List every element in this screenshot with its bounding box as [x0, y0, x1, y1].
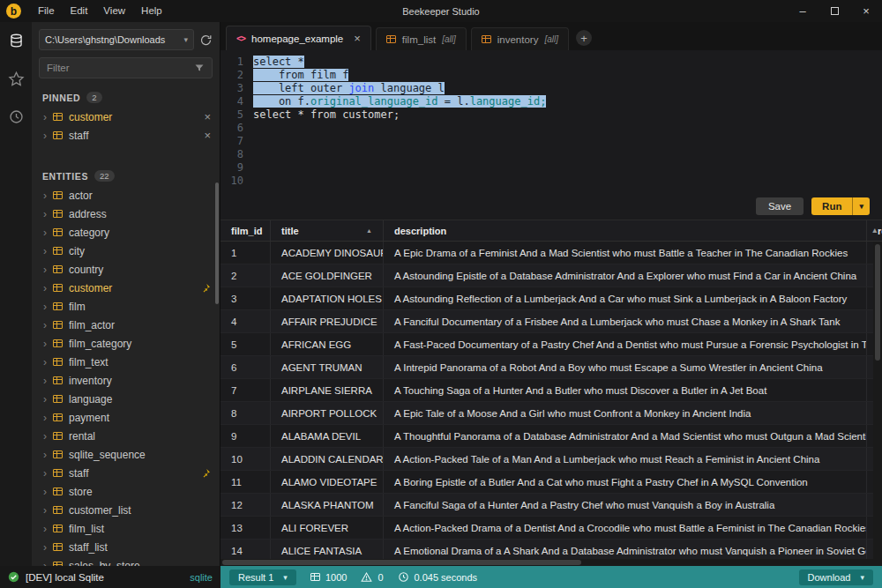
- table-row[interactable]: 5AFRICAN EGGA Fast-Paced Documentary of …: [220, 333, 882, 356]
- cell[interactable]: ACADEMY DINOSAUR: [271, 242, 384, 264]
- entity-item-actor[interactable]: ›actor: [32, 186, 220, 205]
- entity-item-store[interactable]: ›store: [32, 482, 220, 501]
- code-area[interactable]: select * from film f left outer join lan…: [243, 56, 882, 193]
- table-row[interactable]: 3ADAPTATION HOLESA Astounding Reflection…: [220, 287, 882, 310]
- entity-item-customer[interactable]: ›customer: [32, 279, 220, 297]
- cell[interactable]: A Astounding Reflection of a Lumberjack …: [384, 287, 867, 309]
- column-header-description[interactable]: description: [384, 220, 867, 241]
- entity-item-sales_by_store[interactable]: ›sales_by_store: [32, 556, 220, 566]
- save-button[interactable]: Save: [756, 197, 804, 215]
- cell[interactable]: ALASKA PHANTOM: [271, 494, 384, 516]
- cell[interactable]: A Intrepid Panorama of a Robot And a Boy…: [384, 356, 867, 378]
- new-tab-button[interactable]: +: [576, 30, 592, 46]
- code-line[interactable]: select * from customer;: [253, 108, 882, 122]
- cell[interactable]: A Fanciful Documentary of a Frisbee And …: [384, 310, 867, 332]
- cell[interactable]: A Touching Saga of a Hunter And a Butler…: [384, 379, 867, 401]
- pin-icon[interactable]: [200, 283, 211, 294]
- menu-view[interactable]: View: [95, 0, 133, 22]
- entity-item-customer_list[interactable]: ›customer_list: [32, 501, 220, 519]
- cell[interactable]: 13: [220, 517, 271, 539]
- cell[interactable]: A Fast-Paced Documentary of a Pastry Che…: [384, 333, 867, 355]
- cell[interactable]: AGENT TRUMAN: [271, 356, 384, 378]
- cell[interactable]: ADAPTATION HOLES: [271, 287, 384, 309]
- entities-section-header[interactable]: ENTITIES 22: [32, 164, 220, 186]
- entity-item-payment[interactable]: ›payment: [32, 408, 220, 427]
- result-selector-button[interactable]: Result 1 ▾: [229, 569, 296, 585]
- entity-item-film_text[interactable]: ›film_text: [32, 353, 220, 371]
- cell[interactable]: 2: [220, 264, 271, 287]
- results-horizontal-scrollbar[interactable]: [220, 559, 873, 566]
- minimize-button[interactable]: –: [787, 0, 818, 22]
- close-button[interactable]: ×: [850, 0, 882, 22]
- code-line[interactable]: [253, 175, 882, 188]
- unpin-icon[interactable]: ×: [204, 110, 211, 123]
- cell[interactable]: A Action-Packed Tale of a Man And a Lumb…: [384, 448, 867, 470]
- pinned-section-header[interactable]: PINNED 2: [32, 86, 220, 108]
- code-line[interactable]: select *: [253, 56, 882, 69]
- maximize-button[interactable]: [818, 0, 850, 22]
- results-vertical-scrollbar[interactable]: [873, 242, 882, 566]
- table-row[interactable]: 10ALADDIN CALENDARA Action-Packed Tale o…: [220, 448, 882, 471]
- pin-icon[interactable]: [200, 468, 211, 479]
- cell[interactable]: AFFAIR PREJUDICE: [271, 310, 384, 332]
- entity-item-film_actor[interactable]: ›film_actor: [32, 316, 220, 334]
- menu-edit[interactable]: Edit: [63, 0, 96, 22]
- cell[interactable]: AIRPORT POLLOCK: [271, 402, 384, 424]
- run-button[interactable]: Run ▾: [811, 197, 870, 215]
- cell[interactable]: A Action-Packed Drama of a Dentist And a…: [384, 517, 867, 539]
- code-line[interactable]: on f.original_language_id = l.language_i…: [253, 95, 882, 108]
- tables-nav-icon[interactable]: [8, 33, 25, 53]
- code-line[interactable]: [253, 122, 882, 135]
- pinned-item-customer[interactable]: ›customer×: [32, 108, 220, 126]
- cell[interactable]: 8: [220, 402, 271, 424]
- code-line[interactable]: [253, 148, 882, 161]
- entity-item-rental[interactable]: ›rental: [32, 427, 220, 445]
- cell[interactable]: A Epic Tale of a Moose And a Girl who mu…: [384, 402, 867, 424]
- cell[interactable]: AIRPLANE SIERRA: [271, 379, 384, 401]
- table-row[interactable]: 1ACADEMY DINOSAURA Epic Drama of a Femin…: [220, 242, 882, 264]
- menu-help[interactable]: Help: [133, 0, 170, 22]
- entity-item-sqlite_sequence[interactable]: ›sqlite_sequence: [32, 445, 220, 464]
- cell[interactable]: 12: [220, 494, 271, 516]
- unpin-icon[interactable]: ×: [204, 129, 211, 142]
- code-line[interactable]: from film f: [253, 69, 882, 82]
- entity-item-language[interactable]: ›language: [32, 390, 220, 408]
- entity-item-inventory[interactable]: ›inventory: [32, 371, 220, 390]
- entity-item-city[interactable]: ›city: [32, 242, 220, 260]
- scrollbar-thumb[interactable]: [875, 244, 880, 361]
- entity-item-staff[interactable]: ›staff: [32, 464, 220, 482]
- table-row[interactable]: 2ACE GOLDFINGERA Astounding Epistle of a…: [220, 264, 882, 287]
- entity-filter-input[interactable]: Filter: [39, 57, 213, 78]
- column-header-title[interactable]: title ▲: [271, 220, 384, 241]
- cell[interactable]: A Epic Drama of a Feminist And a Mad Sci…: [384, 242, 867, 264]
- history-nav-icon[interactable]: [8, 108, 25, 129]
- menu-file[interactable]: File: [30, 0, 63, 22]
- close-tab-icon[interactable]: ×: [354, 32, 361, 45]
- table-row[interactable]: 12ALASKA PHANTOMA Fanciful Saga of a Hun…: [220, 494, 882, 517]
- cell[interactable]: 3: [220, 287, 271, 309]
- entity-item-film[interactable]: ›film: [32, 297, 220, 316]
- entity-item-film_list[interactable]: ›film_list: [32, 519, 220, 538]
- tab-homepage_example[interactable]: <>homepage_example×: [226, 26, 371, 50]
- entity-item-film_category[interactable]: ›film_category: [32, 334, 220, 353]
- cell[interactable]: ACE GOLDFINGER: [271, 264, 384, 287]
- table-row[interactable]: 11ALAMO VIDEOTAPEA Boring Epistle of a B…: [220, 471, 882, 494]
- cell[interactable]: 11: [220, 471, 271, 493]
- cell[interactable]: 10: [220, 448, 271, 470]
- tab-film_list[interactable]: film_list[all]: [376, 27, 467, 50]
- cell[interactable]: A Thoughtful Panorama of a Database Admi…: [384, 425, 867, 447]
- table-row[interactable]: 9ALABAMA DEVILA Thoughtful Panorama of a…: [220, 425, 882, 448]
- table-row[interactable]: 4AFFAIR PREJUDICEA Fanciful Documentary …: [220, 310, 882, 333]
- table-row[interactable]: 6AGENT TRUMANA Intrepid Panorama of a Ro…: [220, 356, 882, 379]
- cell[interactable]: ALAMO VIDEOTAPE: [271, 471, 384, 493]
- table-row[interactable]: 13ALI FOREVERA Action-Packed Drama of a …: [220, 517, 882, 540]
- column-header-film-id[interactable]: film_id: [220, 220, 271, 241]
- cell[interactable]: 1: [220, 242, 271, 264]
- table-row[interactable]: 8AIRPORT POLLOCKA Epic Tale of a Moose A…: [220, 402, 882, 425]
- cell[interactable]: ALABAMA DEVIL: [271, 425, 384, 447]
- entity-item-staff_list[interactable]: ›staff_list: [32, 538, 220, 556]
- code-line[interactable]: [253, 135, 882, 148]
- cell[interactable]: ALI FOREVER: [271, 517, 384, 539]
- refresh-icon[interactable]: [199, 33, 213, 47]
- table-row[interactable]: 7AIRPLANE SIERRAA Touching Saga of a Hun…: [220, 379, 882, 402]
